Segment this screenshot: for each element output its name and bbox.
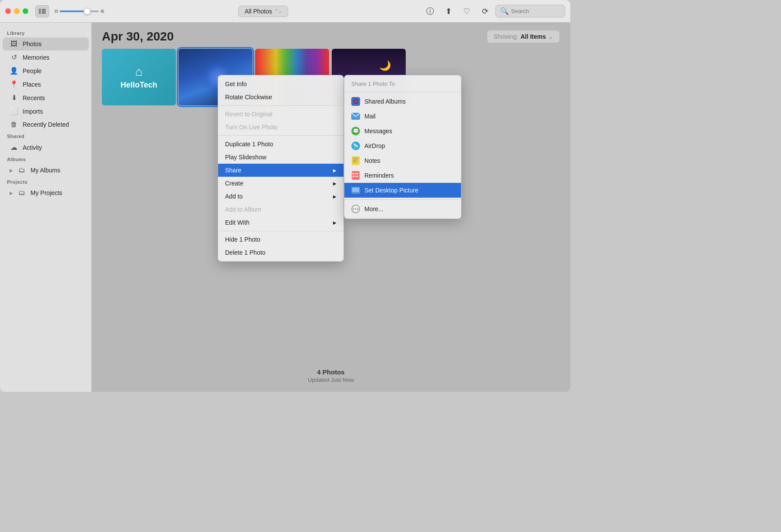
- cm-hide-photo-label: Hide 1 Photo: [225, 236, 260, 243]
- submenu-header: Share 1 Photo To: [344, 77, 461, 90]
- submenu-more[interactable]: More...: [344, 202, 461, 216]
- expand-projects-icon: ▶: [10, 191, 13, 195]
- sidebar-item-imports-label: Imports: [23, 108, 43, 115]
- svg-rect-14: [355, 173, 358, 174]
- cm-rotate-clockwise-label: Rotate Clockwise: [225, 94, 272, 101]
- svg-text:💬: 💬: [353, 128, 359, 134]
- shared-section-label: Shared: [0, 131, 91, 141]
- svg-rect-0: [39, 9, 41, 14]
- submenu-airdrop-label: AirDrop: [364, 142, 385, 149]
- my-albums-icon: 🗂: [17, 166, 26, 174]
- cm-edit-with[interactable]: Edit With ▶: [218, 216, 343, 229]
- submenu-divider-top: [344, 92, 461, 92]
- cm-add-to[interactable]: Add to ▶: [218, 190, 343, 203]
- recents-icon: ⬇: [10, 94, 18, 102]
- cm-share-arrow-icon: ▶: [333, 168, 337, 173]
- svg-text:📡: 📡: [353, 143, 359, 149]
- share-button[interactable]: ⬆: [441, 3, 456, 19]
- context-menu: Get Info Rotate Clockwise Revert to Orig…: [218, 75, 344, 262]
- submenu-more-label: More...: [364, 205, 384, 212]
- hellotech-text: HelloTech: [121, 81, 158, 90]
- search-icon: 🔍: [500, 7, 509, 15]
- svg-point-23: [357, 209, 359, 210]
- cm-slideshow[interactable]: Play Slideshow: [218, 151, 343, 164]
- svg-rect-16: [355, 176, 358, 177]
- cm-add-to-arrow-icon: ▶: [333, 194, 337, 199]
- sidebar-item-my-albums-label: My Albums: [30, 167, 60, 174]
- content-date: Apr 30, 2020: [102, 30, 174, 44]
- submenu-airdrop[interactable]: 📡 AirDrop: [344, 138, 461, 153]
- recently-deleted-icon: 🗑: [10, 121, 18, 128]
- cm-rotate-clockwise[interactable]: Rotate Clockwise: [218, 91, 343, 104]
- search-input[interactable]: [511, 8, 563, 14]
- sidebar-item-places[interactable]: 📍 Places: [3, 77, 89, 91]
- cm-get-info[interactable]: Get Info: [218, 77, 343, 91]
- showing-chevron-icon: ⌄: [548, 33, 553, 40]
- favorite-button[interactable]: ♡: [459, 3, 475, 19]
- svg-rect-18: [352, 188, 359, 192]
- cm-create[interactable]: Create ▶: [218, 177, 343, 190]
- cm-share-label: Share: [225, 167, 241, 174]
- imports-icon: ⬜: [10, 107, 18, 115]
- cm-hide-photo[interactable]: Hide 1 Photo: [218, 233, 343, 246]
- submenu-set-desktop[interactable]: Set Desktop Picture: [344, 183, 461, 198]
- submenu-reminders[interactable]: Reminders: [344, 168, 461, 183]
- sidebar-item-recently-deleted[interactable]: 🗑 Recently Deleted: [3, 118, 89, 131]
- svg-rect-1: [42, 9, 46, 14]
- sidebar-item-my-albums[interactable]: ▶ 🗂 My Albums: [3, 164, 89, 177]
- cm-share[interactable]: Share ▶: [218, 164, 343, 177]
- share-submenu: Share 1 Photo To: [344, 75, 461, 219]
- svg-rect-9: [353, 158, 358, 159]
- submenu-notes[interactable]: Notes: [344, 153, 461, 168]
- search-box[interactable]: 🔍: [495, 5, 565, 17]
- sidebar-item-imports[interactable]: ⬜ Imports: [3, 104, 89, 118]
- sidebar-item-memories[interactable]: ↺ Memories: [3, 51, 89, 64]
- info-button[interactable]: ⓘ: [422, 3, 438, 19]
- titlebar-center: All Photos ⌃⌄: [108, 6, 419, 17]
- main-layout: Library 🖼 Photos ↺ Memories 👤 People 📍 P…: [0, 23, 570, 392]
- updated-label: Updated Just Now: [91, 377, 570, 383]
- submenu-mail[interactable]: Mail: [344, 109, 461, 124]
- cm-add-to-album: Add to Album: [218, 203, 343, 216]
- svg-rect-10: [353, 160, 357, 161]
- cm-revert-original: Revert to Original: [218, 108, 343, 121]
- reminders-icon: [351, 171, 360, 180]
- sidebar-toggle-button[interactable]: [35, 5, 49, 17]
- showing-dropdown[interactable]: Showing: All Items ⌄: [487, 30, 560, 43]
- cm-divider-2: [218, 135, 343, 136]
- svg-point-15: [353, 175, 354, 177]
- maximize-button[interactable]: [23, 8, 28, 14]
- submenu-messages[interactable]: 💬 Messages: [344, 124, 461, 138]
- people-icon: 👤: [10, 67, 18, 75]
- sidebar-item-my-projects[interactable]: ▶ 🗂 My Projects: [3, 186, 89, 199]
- svg-point-21: [353, 209, 354, 210]
- expand-albums-icon: ▶: [10, 168, 13, 173]
- sidebar: Library 🖼 Photos ↺ Memories 👤 People 📍 P…: [0, 23, 91, 392]
- sidebar-item-people[interactable]: 👤 People: [3, 64, 89, 77]
- notes-icon: [351, 156, 360, 165]
- cm-duplicate[interactable]: Duplicate 1 Photo: [218, 138, 343, 151]
- sidebar-item-photos[interactable]: 🖼 Photos: [3, 37, 89, 51]
- rotate-button[interactable]: ⟳: [477, 3, 493, 19]
- submenu-shared-albums-label: Shared Albums: [364, 98, 406, 105]
- cm-live-photo-label: Turn On Live Photo: [225, 124, 278, 131]
- submenu-set-desktop-label: Set Desktop Picture: [364, 187, 418, 194]
- projects-section-label: Projects: [0, 177, 91, 186]
- sidebar-item-activity-label: Activity: [23, 144, 42, 151]
- photo-thumb-1[interactable]: ⌂ HelloTech: [102, 49, 176, 105]
- chevron-down-icon: ⌃⌄: [275, 9, 282, 13]
- cm-divider-3: [218, 231, 343, 231]
- minimize-button[interactable]: [14, 8, 20, 14]
- sidebar-item-photos-label: Photos: [23, 40, 42, 47]
- titlebar: ⊟ ⊞ All Photos ⌃⌄ ⓘ ⬆ ♡ ⟳ 🔍: [0, 0, 570, 23]
- cm-delete-photo[interactable]: Delete 1 Photo: [218, 246, 343, 259]
- close-button[interactable]: [5, 8, 11, 14]
- moon-icon: 🌙: [379, 60, 391, 71]
- library-dropdown[interactable]: All Photos ⌃⌄: [238, 6, 288, 17]
- photo-count: 4 Photos: [91, 368, 570, 376]
- submenu-shared-albums[interactable]: Shared Albums: [344, 94, 461, 109]
- sidebar-item-recents[interactable]: ⬇ Recents: [3, 91, 89, 104]
- cm-create-arrow-icon: ▶: [333, 181, 337, 186]
- sidebar-item-activity[interactable]: ☁ Activity: [3, 141, 89, 154]
- zoom-slider[interactable]: [60, 10, 99, 12]
